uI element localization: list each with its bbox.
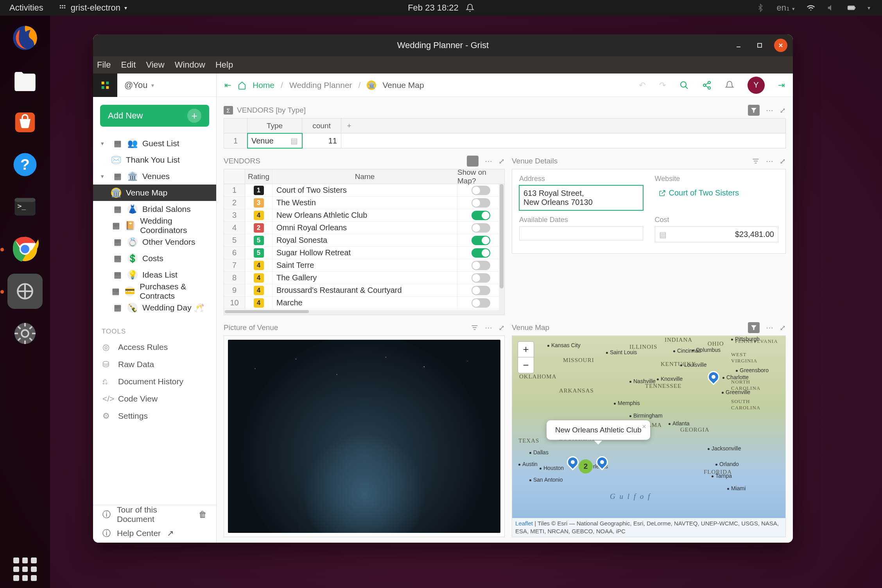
- bluetooth-icon[interactable]: [756, 4, 765, 12]
- undo-icon[interactable]: ↶: [639, 81, 646, 90]
- table-row[interactable]: 94Broussard's Restaurant & Courtyard: [224, 284, 504, 297]
- sidebar-item-guest-list[interactable]: ▾▦👥Guest List: [93, 135, 216, 152]
- more-icon[interactable]: ⋯: [766, 106, 773, 115]
- redo-icon[interactable]: ↷: [659, 81, 666, 90]
- zoom-in-button[interactable]: +: [518, 342, 534, 357]
- sidebar-item-wedding-day-[interactable]: ▦🍾Wedding Day 🥂: [93, 299, 216, 316]
- h-scrollbar[interactable]: [224, 310, 504, 315]
- activities-button[interactable]: Activities: [0, 3, 53, 13]
- sidebar-item-wedding-coordinators[interactable]: ▦📔Wedding Coordinators: [93, 217, 216, 234]
- add-new-button[interactable]: Add New +: [100, 105, 209, 127]
- close-button[interactable]: [774, 39, 787, 52]
- home-icon[interactable]: [238, 81, 246, 90]
- terminal-icon[interactable]: >_: [7, 189, 43, 224]
- software-icon[interactable]: [7, 105, 43, 140]
- cost-field[interactable]: ▤$23,481.00: [655, 226, 779, 242]
- expand-icon[interactable]: ⤢: [498, 323, 505, 332]
- toggle[interactable]: [471, 248, 490, 258]
- maximize-button[interactable]: [753, 39, 766, 52]
- dates-field[interactable]: [519, 226, 643, 240]
- chevron-down-icon[interactable]: ▾: [868, 5, 870, 11]
- grist-app-icon[interactable]: [7, 274, 43, 309]
- table-row[interactable]: 34New Orleans Athletic Club: [224, 209, 504, 222]
- type-cell[interactable]: Venue▤: [247, 133, 302, 148]
- menu-view[interactable]: View: [146, 60, 164, 70]
- map[interactable]: + − OKLAHOMA MISSOURI ILLINOIS INDIANA O…: [512, 335, 786, 537]
- menu-file[interactable]: File: [97, 60, 111, 70]
- toggle[interactable]: [471, 186, 490, 195]
- tool-settings[interactable]: ⚙Settings: [93, 407, 216, 425]
- sort-icon[interactable]: [752, 157, 760, 165]
- toggle[interactable]: [471, 198, 490, 208]
- app-menu[interactable]: grist-electron ▾: [53, 3, 133, 13]
- map-marker[interactable]: [705, 369, 722, 385]
- bottom-tour-of-this-document[interactable]: ⓘTour of this Document🗑: [93, 505, 216, 524]
- settings-icon[interactable]: [7, 316, 43, 351]
- toggle[interactable]: [471, 298, 490, 308]
- tool-raw-data[interactable]: ⛁Raw Data: [93, 356, 216, 373]
- sidebar-item-venue-map[interactable]: 🏛️Venue Map: [93, 185, 216, 201]
- sidebar-item-costs[interactable]: ▦💲Costs: [93, 250, 216, 267]
- menu-window[interactable]: Window: [175, 60, 205, 70]
- menu-help[interactable]: Help: [215, 60, 233, 70]
- toggle[interactable]: [471, 236, 490, 245]
- add-column-button[interactable]: +: [341, 118, 357, 133]
- table-row[interactable]: 74Saint Terre: [224, 259, 504, 272]
- sidebar-item-other-vendors[interactable]: ▦💍Other Vendors: [93, 234, 216, 250]
- bottom-help-center[interactable]: ⓘHelp Center↗: [93, 524, 216, 543]
- share-icon[interactable]: [702, 81, 712, 90]
- tool-access-rules[interactable]: ◎Access Rules: [93, 339, 216, 356]
- table-row[interactable]: 65Sugar Hollow Retreat: [224, 247, 504, 259]
- collapse-right-icon[interactable]: ⇥: [778, 81, 785, 90]
- toggle[interactable]: [471, 211, 490, 220]
- breadcrumb-page[interactable]: Venue Map: [382, 81, 424, 90]
- more-icon[interactable]: ⋯: [485, 157, 492, 166]
- more-icon[interactable]: ⋯: [485, 323, 492, 332]
- help-icon[interactable]: ?: [7, 147, 43, 182]
- toggle[interactable]: [471, 223, 490, 233]
- more-icon[interactable]: ⋯: [766, 323, 773, 332]
- avatar[interactable]: Y: [748, 77, 765, 94]
- firefox-icon[interactable]: [7, 20, 43, 56]
- table-row[interactable]: 84The Gallery: [224, 272, 504, 284]
- table-row[interactable]: 55Royal Sonesta: [224, 234, 504, 247]
- battery-icon[interactable]: [847, 4, 856, 12]
- clock[interactable]: Feb 23 18:22: [408, 3, 459, 13]
- table-row[interactable]: 11Court of Two Sisters: [224, 184, 504, 197]
- sidebar-item-bridal-salons[interactable]: ▦👗Bridal Salons: [93, 201, 216, 217]
- expand-icon[interactable]: ⤢: [498, 157, 505, 166]
- toggle[interactable]: [471, 273, 490, 283]
- notification-icon[interactable]: [466, 4, 474, 12]
- table-row[interactable]: 104Marche: [224, 297, 504, 309]
- scrollbar[interactable]: [499, 184, 504, 315]
- search-icon[interactable]: [679, 81, 689, 90]
- toggle[interactable]: [471, 261, 490, 270]
- sort-icon[interactable]: [471, 324, 479, 332]
- sidebar-item-venues[interactable]: ▾▦🏛️Venues: [93, 168, 216, 185]
- menu-edit[interactable]: Edit: [121, 60, 136, 70]
- toggle[interactable]: [471, 286, 490, 295]
- popup-close-icon[interactable]: ×: [642, 423, 646, 431]
- sidebar-item-ideas-list[interactable]: ▦💡Ideas List: [93, 267, 216, 283]
- sidebar-item-thank-you-list[interactable]: ✉️Thank You List: [93, 152, 216, 168]
- expand-icon[interactable]: ⤢: [780, 106, 786, 115]
- bell-icon[interactable]: [725, 81, 734, 90]
- tool-document-history[interactable]: ⎌Document History: [93, 373, 216, 390]
- more-icon[interactable]: ⋯: [766, 157, 773, 166]
- chrome-icon[interactable]: [7, 231, 43, 267]
- map-cluster[interactable]: 2: [579, 459, 593, 473]
- wifi-icon[interactable]: [807, 4, 815, 12]
- expand-icon[interactable]: ⤢: [780, 323, 786, 332]
- tool-code-view[interactable]: </>Code View: [93, 390, 216, 407]
- breadcrumb-home[interactable]: Home: [253, 81, 274, 90]
- user-menu[interactable]: @You▾: [117, 80, 161, 90]
- files-icon[interactable]: [7, 63, 43, 98]
- volume-icon[interactable]: [827, 4, 835, 12]
- zoom-out-button[interactable]: −: [518, 357, 534, 373]
- address-field[interactable]: 613 Royal Street, New Orleans 70130: [519, 185, 643, 210]
- table-row[interactable]: 23The Westin: [224, 197, 504, 209]
- website-field[interactable]: Court of Two Sisters: [655, 185, 779, 201]
- sort-icon[interactable]: [467, 156, 479, 167]
- collapse-left-icon[interactable]: ⇤: [224, 81, 231, 90]
- minimize-button[interactable]: [732, 39, 745, 52]
